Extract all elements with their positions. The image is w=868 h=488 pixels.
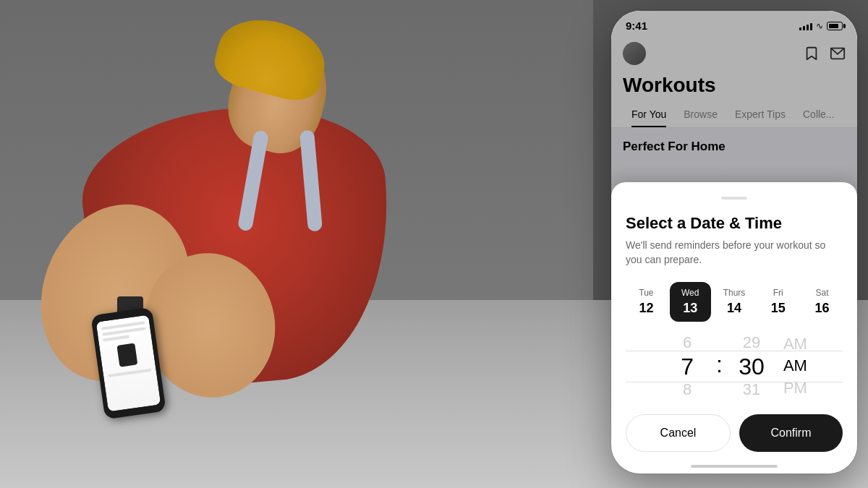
ampm-selected: AM	[783, 355, 807, 377]
hour-selected: 7	[681, 353, 694, 380]
day-num-thurs: 14	[727, 301, 741, 316]
day-item-sat[interactable]: Sat 16	[801, 282, 843, 322]
hour-col: 6 7 8	[661, 333, 713, 399]
hour-below: 8	[683, 380, 692, 399]
time-colon: :	[716, 351, 723, 378]
day-num-fri: 15	[771, 301, 786, 316]
home-indicator	[691, 465, 778, 468]
modal-handle	[721, 197, 747, 200]
day-name-fri: Fri	[773, 288, 783, 298]
day-name-tue: Tue	[639, 288, 653, 298]
cancel-button[interactable]: Cancel	[626, 414, 731, 452]
ampm-above: AM	[783, 333, 807, 356]
ampm-col: AM AM PM	[783, 333, 807, 400]
day-name-sat: Sat	[816, 288, 829, 298]
day-picker: Tue 12 Wed 13 Thurs 14 Fri 15 Sat 16	[626, 282, 843, 322]
minute-above: 29	[743, 333, 760, 352]
day-item-tue[interactable]: Tue 12	[626, 282, 667, 322]
modal-buttons: Cancel Confirm	[626, 414, 843, 452]
phone-mockup: 9:41 ∿ Workouts	[611, 11, 857, 474]
phone-screen-content	[96, 315, 161, 412]
hour-above: 6	[683, 333, 692, 352]
day-item-fri[interactable]: Fri 15	[757, 282, 799, 322]
confirm-button[interactable]: Confirm	[739, 414, 843, 452]
minute-below: 31	[743, 380, 760, 399]
day-name-wed: Wed	[681, 288, 699, 298]
phone-on-mat-screen	[96, 315, 161, 412]
minute-selected: 30	[739, 353, 765, 380]
day-item-thurs[interactable]: Thurs 14	[714, 282, 755, 322]
date-time-modal: Select a Date & Time We'll send reminder…	[611, 182, 857, 474]
time-picker[interactable]: 6 7 8 : 29 30 31 AM AM PM	[626, 333, 843, 400]
minute-col: 29 30 31	[726, 333, 778, 399]
day-num-sat: 16	[815, 301, 830, 316]
modal-title: Select a Date & Time	[626, 214, 843, 233]
day-name-thurs: Thurs	[723, 288, 746, 298]
ampm-below: PM	[783, 377, 807, 400]
modal-subtitle: We'll send reminders before your workout…	[626, 239, 843, 267]
day-num-tue: 12	[639, 301, 653, 316]
day-item-wed[interactable]: Wed 13	[670, 282, 711, 322]
day-num-wed: 13	[683, 301, 697, 316]
